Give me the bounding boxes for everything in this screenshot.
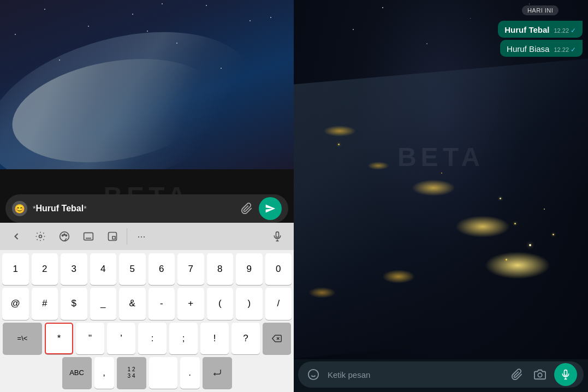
key-quote-single[interactable]: '	[107, 323, 135, 354]
key-4[interactable]: 4	[90, 253, 117, 285]
left-background	[0, 0, 294, 169]
key-7[interactable]: 7	[177, 253, 204, 285]
key-2[interactable]: 2	[32, 253, 58, 285]
key-exclamation[interactable]: !	[200, 323, 229, 354]
message-time-2: 12.22	[554, 46, 569, 53]
key-dash[interactable]: -	[149, 288, 175, 319]
key-asterisk[interactable]: *	[45, 323, 73, 354]
key-numbers-switch[interactable]: 1 23 4	[117, 357, 146, 389]
message-meta-1: 12.22 ✓	[554, 27, 576, 34]
message-bubble-2: Huruf Biasa 12.22 ✓	[500, 40, 583, 57]
message-text-2: Huruf Biasa	[507, 44, 549, 54]
keyboard-divider	[127, 228, 127, 245]
key-5[interactable]: 5	[119, 253, 146, 285]
key-at[interactable]: @	[2, 288, 29, 319]
svg-point-3	[64, 234, 66, 235]
keyboard-back-button[interactable]	[4, 224, 28, 248]
keyboard-more-button[interactable]: ···	[129, 224, 153, 248]
svg-rect-5	[84, 233, 93, 240]
key-lparen[interactable]: (	[207, 288, 234, 319]
key-question[interactable]: ?	[231, 323, 260, 354]
right-input-bar: Ketik pesan	[298, 361, 584, 388]
attachment-button[interactable]	[240, 202, 253, 215]
keyboard-mic-button[interactable]	[265, 224, 289, 248]
svg-point-13	[538, 373, 542, 377]
key-space[interactable]	[149, 357, 177, 389]
svg-rect-14	[565, 370, 567, 376]
keyboard-area: ··· 1 2 3 4 5 6 7 8 9 0	[0, 223, 294, 392]
message-input-text[interactable]: * Huruf Tebal *	[33, 204, 235, 213]
message-time-1: 12.22	[554, 27, 569, 34]
keyboard-layout-button[interactable]	[76, 224, 100, 248]
right-message-placeholder[interactable]: Ketik pesan	[328, 370, 503, 379]
key-rparen[interactable]: )	[236, 288, 263, 319]
right-chat-panel: BETA HARI INI Huruf Tebal 12.22 ✓ Huruf …	[294, 0, 588, 392]
keyboard-gear-button[interactable]	[28, 224, 52, 248]
input-bold-text: Huruf Tebal	[35, 204, 84, 213]
message-text-1: Huruf Tebal	[504, 25, 549, 34]
svg-point-2	[62, 235, 63, 236]
svg-point-4	[66, 235, 67, 236]
key-3[interactable]: 3	[61, 253, 87, 285]
key-equals-backslash[interactable]: =\<	[3, 323, 42, 354]
message-input-bar: 😊 * Huruf Tebal *	[5, 194, 288, 223]
keyboard-keys: 1 2 3 4 5 6 7 8 9 0 @ # $ _ & - + (	[0, 250, 294, 392]
key-comma[interactable]: ,	[94, 357, 114, 389]
send-button[interactable]	[259, 197, 282, 220]
keyboard-sticker-button[interactable]	[100, 224, 124, 248]
emoji-button[interactable]: 😊	[12, 201, 27, 216]
key-period[interactable]: .	[180, 357, 200, 389]
key-plus[interactable]: +	[177, 288, 204, 319]
right-emoji-button[interactable]	[305, 366, 322, 383]
stars-left	[0, 0, 294, 169]
key-abc[interactable]: ABC	[62, 357, 92, 389]
asterisk-suffix: *	[84, 204, 86, 213]
key-8[interactable]: 8	[207, 253, 234, 285]
right-attachment-button[interactable]	[508, 366, 526, 383]
keyboard-row-special: =\< * " ' : ; ! ?	[2, 323, 292, 354]
key-slash[interactable]: /	[265, 288, 292, 319]
keyboard-palette-button[interactable]	[52, 224, 76, 248]
key-dollar[interactable]: $	[61, 288, 87, 319]
keyboard-row-symbols: @ # $ _ & - + ( ) /	[2, 288, 292, 319]
right-mic-button[interactable]	[554, 363, 577, 386]
key-colon[interactable]: :	[138, 323, 167, 354]
key-quote-double[interactable]: "	[76, 323, 104, 354]
messages-area: HARI INI Huruf Tebal 12.22 ✓ Huruf Biasa…	[498, 5, 583, 57]
right-camera-button[interactable]	[531, 366, 549, 383]
svg-point-10	[308, 370, 318, 379]
key-9[interactable]: 9	[236, 253, 263, 285]
key-underscore[interactable]: _	[90, 288, 117, 319]
read-receipt-2: ✓	[571, 46, 576, 54]
key-enter[interactable]	[203, 357, 232, 389]
key-6[interactable]: 6	[149, 253, 175, 285]
key-hash[interactable]: #	[32, 288, 58, 319]
message-meta-2: 12.22 ✓	[554, 46, 576, 54]
read-receipt-1: ✓	[571, 27, 576, 34]
date-badge: HARI INI	[522, 5, 559, 15]
key-1[interactable]: 1	[2, 253, 29, 285]
keyboard-row-numbers: 1 2 3 4 5 6 7 8 9 0	[2, 253, 292, 285]
message-bubble-1: Huruf Tebal 12.22 ✓	[498, 21, 583, 38]
svg-rect-7	[276, 232, 279, 237]
left-chat-panel: BETA 😊 * Huruf Tebal *	[0, 0, 294, 392]
key-semicolon[interactable]: ;	[169, 323, 198, 354]
key-backspace[interactable]	[263, 323, 291, 354]
key-ampersand[interactable]: &	[119, 288, 146, 319]
keyboard-toolbar: ···	[0, 223, 294, 250]
key-0[interactable]: 0	[265, 253, 292, 285]
svg-point-0	[39, 235, 42, 238]
svg-point-1	[60, 232, 69, 241]
keyboard-row-bottom: ABC , 1 23 4 .	[2, 357, 292, 389]
